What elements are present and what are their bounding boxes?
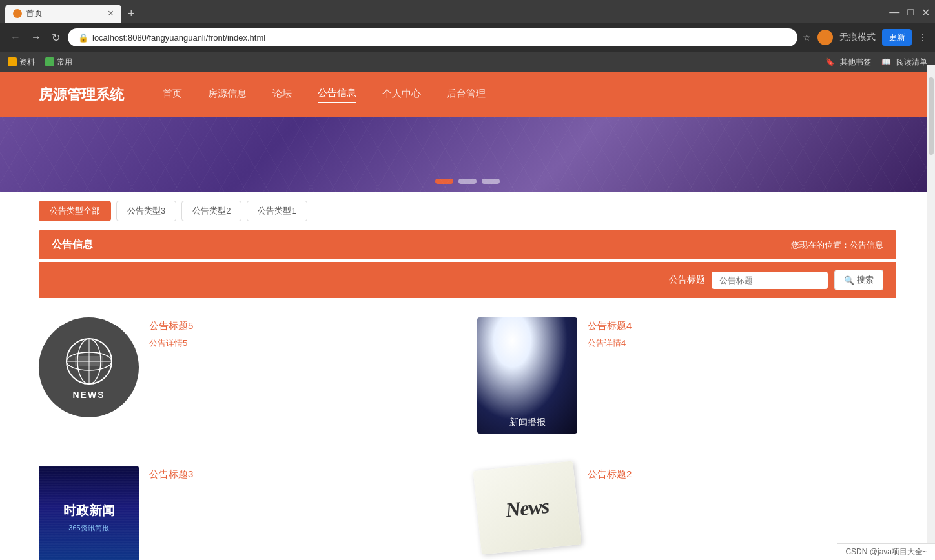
site-logo: 房源管理系统 [39,85,124,105]
news-title-4[interactable]: 公告标题2 [588,468,632,481]
news-detail-1: 公告详情5 [149,337,193,349]
bookmark-label-2: 常用 [57,57,72,68]
news-thumb-spotlight: 新闻播报 [477,317,577,434]
new-tab-button[interactable]: + [124,7,139,21]
news-info-1: 公告标题5 公告详情5 [149,317,193,352]
bottom-bar: CSDN @java项目大全~ [837,543,935,560]
news-title-2[interactable]: 公告标题4 [588,320,632,332]
news-detail-2: 公告详情4 [588,337,632,349]
minimize-button[interactable]: — [889,6,899,19]
nav-properties[interactable]: 房源信息 [208,88,247,103]
nav-announcements[interactable]: 公告信息 [318,87,356,103]
browser-bookmarks-bar: 资料 常用 🔖 其他书签 📖 阅读清单 [0,52,935,72]
filter-tabs: 公告类型全部 公告类型3 公告类型2 公告类型1 [0,192,935,230]
banner-dot-3[interactable] [482,179,500,184]
news-item-1: NEWS 公告标题5 公告详情5 [39,311,458,440]
search-input[interactable] [712,272,828,289]
filter-type2[interactable]: 公告类型2 [181,201,241,221]
svg-rect-5 [75,356,103,366]
incognito-label: 无痕模式 [839,32,876,43]
bookmark-other-item[interactable]: 🔖 其他书签 [825,57,871,68]
news-title-3[interactable]: 公告标题3 [149,468,193,481]
search-button-label: 搜索 [857,274,874,286]
banner-dots [435,179,500,184]
news-item-4: News 公告标题2 [477,459,896,560]
breadcrumb: 您现在的位置：公告信息 [791,239,883,251]
nav-home[interactable]: 首页 [163,88,182,103]
browser-address-bar: ← → ↻ 🔒 localhost:8080/fangyuanguanli/fr… [0,23,935,52]
site-nav: 首页 房源信息 论坛 公告信息 个人中心 后台管理 [163,87,486,103]
news-info-3: 公告标题3 [149,466,193,488]
nav-admin[interactable]: 后台管理 [447,88,486,103]
back-button[interactable]: ← [8,29,23,46]
user-avatar [817,30,833,45]
bookmark-icon-1 [8,57,17,66]
news-thumb-newspaper: News [473,461,582,554]
bookmark-item-2[interactable]: 常用 [45,57,72,68]
section-header: 公告信息 您现在的位置：公告信息 [39,230,896,259]
timenews-title: 时政新闻 [63,502,115,519]
timenews-subtitle: 365资讯简报 [68,523,108,533]
spotlight-label: 新闻播报 [509,417,546,428]
news-item-2: 新闻播报 公告标题4 公告详情4 [477,311,896,440]
tab-site-icon [13,9,22,18]
news-info-2: 公告标题4 公告详情4 [588,317,632,352]
globe-svg-icon [63,335,115,387]
close-window-button[interactable]: ✕ [921,6,930,19]
bookmark-right-items: 🔖 其他书签 📖 阅读清单 [825,57,927,68]
filter-all[interactable]: 公告类型全部 [39,201,111,221]
browser-tab-bar: 首页 × + — □ ✕ [0,0,935,23]
banner [0,117,935,192]
bookmark-icon-3: 🔖 [825,57,835,66]
update-button[interactable]: 更新 [882,29,912,46]
news-grid: NEWS 公告标题5 公告详情5 新闻播报 公告标题4 公告详情4 [39,311,896,560]
bookmark-star-icon[interactable]: ☆ [803,32,811,43]
browser-right-controls: ☆ 无痕模式 更新 ⋮ [803,29,927,46]
lock-icon: 🔒 [78,33,88,43]
news-thumb-globe: NEWS [39,317,139,417]
news-title-1[interactable]: 公告标题5 [149,320,193,332]
filter-type1[interactable]: 公告类型1 [247,201,307,221]
nav-forum[interactable]: 论坛 [272,88,292,103]
section-title: 公告信息 [52,238,93,252]
search-icon: 🔍 [844,275,854,285]
search-bar: 公告标题 🔍 搜索 [39,262,896,298]
browser-menu-button[interactable]: ⋮ [918,32,927,43]
browser-tab-active[interactable]: 首页 × [5,5,121,23]
globe-news-text: NEWS [73,390,105,400]
bookmark-label-1: 资料 [19,57,35,68]
bookmark-reading-list[interactable]: 📖 阅读清单 [881,57,927,68]
site-header: 房源管理系统 首页 房源信息 论坛 公告信息 个人中心 后台管理 [0,72,935,117]
maximize-button[interactable]: □ [907,6,914,19]
bottom-label: CSDN @java项目大全~ [845,547,927,556]
content-area: NEWS 公告标题5 公告详情5 新闻播报 公告标题4 公告详情4 [0,298,935,560]
newspaper-text: News [504,494,550,522]
filter-type3[interactable]: 公告类型3 [116,201,176,221]
search-button[interactable]: 🔍 搜索 [834,270,883,290]
address-bar-input[interactable]: 🔒 localhost:8080/fangyuanguanli/front/in… [68,28,797,46]
browser-chrome: 首页 × + — □ ✕ ← → ↻ 🔒 localhost:8080/fang… [0,0,935,72]
search-label: 公告标题 [669,274,705,286]
bookmark-icon-2 [45,57,54,66]
nav-profile[interactable]: 个人中心 [382,88,421,103]
scrollbar[interactable] [927,65,935,547]
news-item-3: 时政新闻 365资讯简报 公告标题3 [39,459,458,560]
news-info-4: 公告标题2 [588,466,632,488]
tab-close-button[interactable]: × [108,8,114,19]
banner-dot-1[interactable] [435,179,453,184]
bookmark-item-1[interactable]: 资料 [8,57,35,68]
page-content: 房源管理系统 首页 房源信息 论坛 公告信息 个人中心 后台管理 公告类型全部 … [0,72,935,560]
reading-icon: 📖 [881,57,891,66]
refresh-button[interactable]: ↻ [49,29,63,46]
banner-dot-2[interactable] [458,179,477,184]
forward-button[interactable]: → [28,29,44,46]
news-thumb-timenews: 时政新闻 365资讯简报 [39,466,139,560]
address-text: localhost:8080/fangyuanguanli/front/inde… [92,33,265,43]
tab-label: 首页 [26,8,43,19]
scrollbar-thumb[interactable] [929,77,934,155]
window-controls: — □ ✕ [889,6,930,21]
